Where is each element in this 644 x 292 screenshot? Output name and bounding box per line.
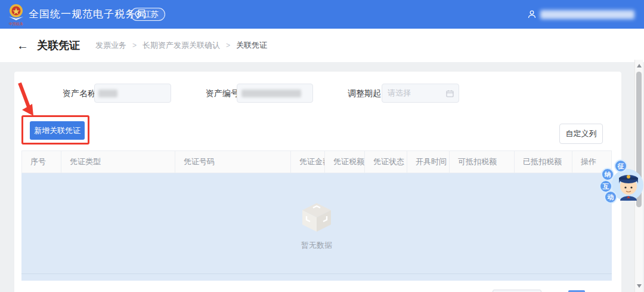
- page-size-select-clipped[interactable]: [493, 290, 541, 292]
- breadcrumb-current: 关联凭证: [236, 40, 267, 51]
- svg-text:纳: 纳: [604, 171, 611, 178]
- column-header: 凭证类型: [61, 151, 175, 173]
- add-related-voucher-button[interactable]: 新增关联凭证: [30, 121, 85, 140]
- column-header: 已抵扣税额: [515, 151, 572, 173]
- adjust-period-date-input[interactable]: 请选择: [382, 84, 459, 103]
- breadcrumb-separator: >: [132, 41, 137, 50]
- asset-code-value-redacted: [242, 90, 301, 97]
- column-header: 凭证状态: [365, 151, 407, 173]
- page-title: 关联凭证: [37, 38, 80, 53]
- column-header: 凭证号码: [175, 151, 291, 173]
- app-window: 中国税务 全国统一规范电子税务局 江苏 ← 关联凭证 发票业务 > 长期资产发票…: [0, 0, 644, 292]
- empty-state-text: 暂无数据: [21, 240, 612, 251]
- asset-code-input[interactable]: [237, 84, 313, 103]
- content-card: 资产名称 资产编号 调整期起 请选择 新增关联凭证 自定义列 序号 凭证类型 凭…: [14, 72, 621, 292]
- column-header: 可抵扣税额: [450, 151, 515, 173]
- breadcrumb-item[interactable]: 发票业务: [95, 40, 126, 51]
- breadcrumb-separator: >: [226, 41, 230, 50]
- column-header: 凭证金额: [291, 151, 325, 173]
- scroll-down-arrow-icon[interactable]: [637, 284, 642, 288]
- user-account-area[interactable]: [527, 0, 634, 29]
- svg-text:中国税务: 中国税务: [9, 22, 23, 26]
- asset-name-input[interactable]: [94, 84, 171, 103]
- asset-name-label: 资产名称: [63, 84, 96, 103]
- asset-code-label: 资产编号: [206, 84, 239, 103]
- asset-name-value-redacted: [98, 90, 117, 97]
- date-placeholder: 请选择: [388, 84, 411, 102]
- table-header-row: 序号 凭证类型 凭证号码 凭证金额 凭证税额 凭证状态 开具时间 可抵扣税额 已…: [21, 150, 612, 173]
- scroll-up-arrow-icon[interactable]: [637, 64, 642, 67]
- region-label: 江苏: [143, 8, 159, 20]
- table-empty-body: 暂无数据: [21, 173, 612, 281]
- tax-assistant-widget[interactable]: 征 纳 互 动: [597, 159, 644, 209]
- column-header: 凭证税额: [325, 151, 365, 173]
- table-bottom-divider: [21, 273, 612, 274]
- user-icon: [527, 10, 537, 19]
- calendar-icon: [446, 90, 454, 97]
- svg-text:动: 动: [607, 193, 614, 201]
- customize-columns-button[interactable]: 自定义列: [559, 124, 603, 144]
- column-header: 开具时间: [407, 151, 450, 173]
- svg-text:互: 互: [602, 183, 609, 190]
- breadcrumb: 发票业务 > 长期资产发票关联确认 > 关联凭证: [95, 40, 267, 51]
- column-header: 序号: [22, 151, 61, 173]
- empty-box-icon: [300, 202, 333, 233]
- username-redacted: [540, 10, 634, 19]
- top-header-bar: 中国税务 全国统一规范电子税务局 江苏: [0, 0, 644, 29]
- location-pin-icon: [135, 11, 141, 19]
- back-arrow-icon[interactable]: ←: [17, 39, 29, 53]
- china-tax-emblem-logo: 中国税务: [7, 3, 26, 27]
- app-title: 全国统一规范电子税务局: [29, 0, 147, 29]
- region-badge[interactable]: 江苏: [131, 8, 165, 21]
- breadcrumb-band: ← 关联凭证 发票业务 > 长期资产发票关联确认 > 关联凭证: [0, 29, 644, 62]
- adjust-period-label: 调整期起: [348, 84, 381, 103]
- breadcrumb-item[interactable]: 长期资产发票关联确认: [143, 40, 220, 51]
- svg-text:征: 征: [617, 162, 624, 170]
